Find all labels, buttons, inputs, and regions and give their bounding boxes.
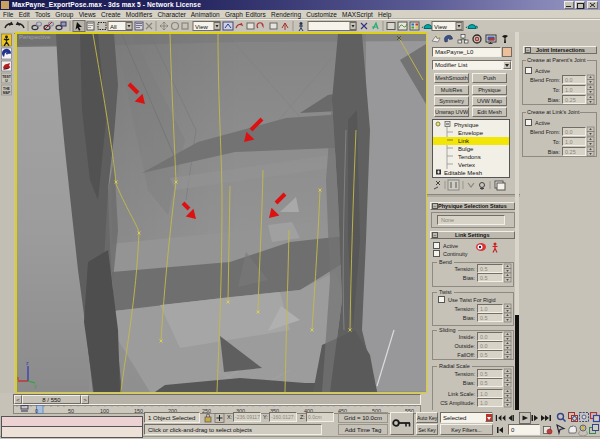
svg-text:100: 100 xyxy=(100,408,109,414)
svg-text:50: 50 xyxy=(68,408,74,414)
svg-text:0: 0 xyxy=(35,408,38,414)
svg-text:Editable Mesh: Editable Mesh xyxy=(444,170,482,176)
svg-text:Vertex: Vertex xyxy=(458,162,475,168)
svg-text:150: 150 xyxy=(134,408,143,414)
svg-text:Perspective: Perspective xyxy=(19,34,51,40)
svg-text:Physique: Physique xyxy=(454,122,479,128)
svg-text:Link: Link xyxy=(458,138,470,144)
svg-text:Bulge: Bulge xyxy=(458,146,474,152)
svg-text:Tendons: Tendons xyxy=(458,154,481,160)
svg-text:Envelope: Envelope xyxy=(458,130,484,136)
